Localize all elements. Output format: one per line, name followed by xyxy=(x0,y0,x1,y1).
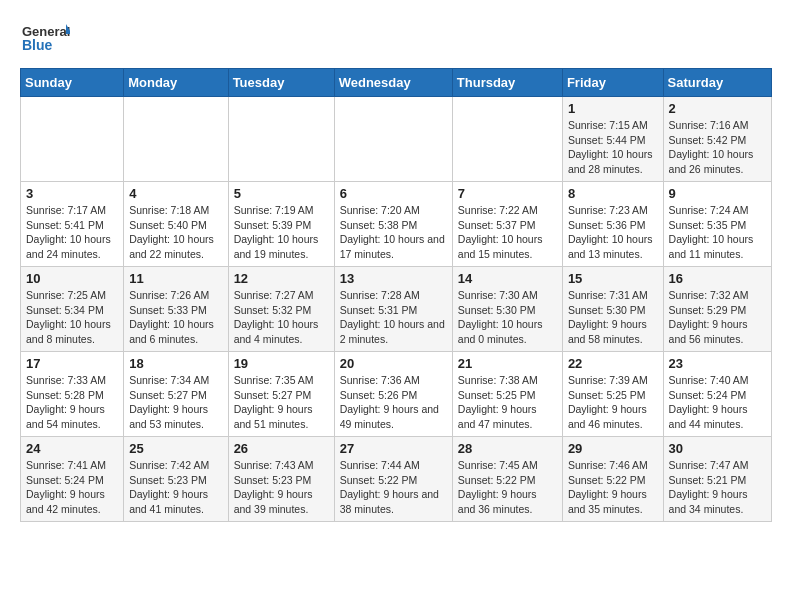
day-info: Sunrise: 7:32 AMSunset: 5:29 PMDaylight:… xyxy=(669,288,766,347)
day-info: Sunrise: 7:40 AMSunset: 5:24 PMDaylight:… xyxy=(669,373,766,432)
calendar-day-cell: 23Sunrise: 7:40 AMSunset: 5:24 PMDayligh… xyxy=(663,352,771,437)
calendar-day-cell: 7Sunrise: 7:22 AMSunset: 5:37 PMDaylight… xyxy=(452,182,562,267)
weekday-header-row: SundayMondayTuesdayWednesdayThursdayFrid… xyxy=(21,69,772,97)
page-header: General Blue xyxy=(20,20,772,58)
weekday-header-tuesday: Tuesday xyxy=(228,69,334,97)
day-info: Sunrise: 7:38 AMSunset: 5:25 PMDaylight:… xyxy=(458,373,557,432)
day-number: 17 xyxy=(26,356,118,371)
calendar-day-cell: 8Sunrise: 7:23 AMSunset: 5:36 PMDaylight… xyxy=(562,182,663,267)
day-info: Sunrise: 7:43 AMSunset: 5:23 PMDaylight:… xyxy=(234,458,329,517)
weekday-header-wednesday: Wednesday xyxy=(334,69,452,97)
calendar-day-cell: 11Sunrise: 7:26 AMSunset: 5:33 PMDayligh… xyxy=(124,267,228,352)
calendar-day-cell: 12Sunrise: 7:27 AMSunset: 5:32 PMDayligh… xyxy=(228,267,334,352)
calendar-day-cell: 15Sunrise: 7:31 AMSunset: 5:30 PMDayligh… xyxy=(562,267,663,352)
day-info: Sunrise: 7:42 AMSunset: 5:23 PMDaylight:… xyxy=(129,458,222,517)
day-info: Sunrise: 7:26 AMSunset: 5:33 PMDaylight:… xyxy=(129,288,222,347)
day-number: 24 xyxy=(26,441,118,456)
day-number: 30 xyxy=(669,441,766,456)
day-number: 1 xyxy=(568,101,658,116)
day-info: Sunrise: 7:41 AMSunset: 5:24 PMDaylight:… xyxy=(26,458,118,517)
day-number: 11 xyxy=(129,271,222,286)
day-number: 5 xyxy=(234,186,329,201)
calendar-week-row: 24Sunrise: 7:41 AMSunset: 5:24 PMDayligh… xyxy=(21,437,772,522)
day-info: Sunrise: 7:47 AMSunset: 5:21 PMDaylight:… xyxy=(669,458,766,517)
calendar-day-cell: 16Sunrise: 7:32 AMSunset: 5:29 PMDayligh… xyxy=(663,267,771,352)
calendar-day-cell: 21Sunrise: 7:38 AMSunset: 5:25 PMDayligh… xyxy=(452,352,562,437)
calendar-day-cell: 27Sunrise: 7:44 AMSunset: 5:22 PMDayligh… xyxy=(334,437,452,522)
weekday-header-monday: Monday xyxy=(124,69,228,97)
calendar-day-cell: 17Sunrise: 7:33 AMSunset: 5:28 PMDayligh… xyxy=(21,352,124,437)
day-number: 2 xyxy=(669,101,766,116)
calendar-day-cell: 6Sunrise: 7:20 AMSunset: 5:38 PMDaylight… xyxy=(334,182,452,267)
calendar-day-cell: 14Sunrise: 7:30 AMSunset: 5:30 PMDayligh… xyxy=(452,267,562,352)
day-number: 12 xyxy=(234,271,329,286)
day-info: Sunrise: 7:35 AMSunset: 5:27 PMDaylight:… xyxy=(234,373,329,432)
day-info: Sunrise: 7:31 AMSunset: 5:30 PMDaylight:… xyxy=(568,288,658,347)
svg-text:Blue: Blue xyxy=(22,37,53,53)
calendar-day-cell: 1Sunrise: 7:15 AMSunset: 5:44 PMDaylight… xyxy=(562,97,663,182)
calendar-table: SundayMondayTuesdayWednesdayThursdayFrid… xyxy=(20,68,772,522)
day-number: 10 xyxy=(26,271,118,286)
day-number: 6 xyxy=(340,186,447,201)
calendar-day-cell: 4Sunrise: 7:18 AMSunset: 5:40 PMDaylight… xyxy=(124,182,228,267)
day-info: Sunrise: 7:20 AMSunset: 5:38 PMDaylight:… xyxy=(340,203,447,262)
day-info: Sunrise: 7:39 AMSunset: 5:25 PMDaylight:… xyxy=(568,373,658,432)
day-number: 20 xyxy=(340,356,447,371)
day-info: Sunrise: 7:46 AMSunset: 5:22 PMDaylight:… xyxy=(568,458,658,517)
day-number: 21 xyxy=(458,356,557,371)
day-info: Sunrise: 7:18 AMSunset: 5:40 PMDaylight:… xyxy=(129,203,222,262)
calendar-day-cell: 19Sunrise: 7:35 AMSunset: 5:27 PMDayligh… xyxy=(228,352,334,437)
calendar-day-cell: 9Sunrise: 7:24 AMSunset: 5:35 PMDaylight… xyxy=(663,182,771,267)
calendar-day-cell: 29Sunrise: 7:46 AMSunset: 5:22 PMDayligh… xyxy=(562,437,663,522)
logo: General Blue xyxy=(20,20,70,58)
day-info: Sunrise: 7:44 AMSunset: 5:22 PMDaylight:… xyxy=(340,458,447,517)
day-info: Sunrise: 7:30 AMSunset: 5:30 PMDaylight:… xyxy=(458,288,557,347)
day-number: 22 xyxy=(568,356,658,371)
calendar-empty-cell xyxy=(334,97,452,182)
calendar-day-cell: 25Sunrise: 7:42 AMSunset: 5:23 PMDayligh… xyxy=(124,437,228,522)
calendar-empty-cell xyxy=(124,97,228,182)
weekday-header-sunday: Sunday xyxy=(21,69,124,97)
day-info: Sunrise: 7:24 AMSunset: 5:35 PMDaylight:… xyxy=(669,203,766,262)
calendar-empty-cell xyxy=(228,97,334,182)
day-number: 29 xyxy=(568,441,658,456)
day-number: 28 xyxy=(458,441,557,456)
day-info: Sunrise: 7:16 AMSunset: 5:42 PMDaylight:… xyxy=(669,118,766,177)
day-info: Sunrise: 7:23 AMSunset: 5:36 PMDaylight:… xyxy=(568,203,658,262)
day-info: Sunrise: 7:25 AMSunset: 5:34 PMDaylight:… xyxy=(26,288,118,347)
calendar-header: SundayMondayTuesdayWednesdayThursdayFrid… xyxy=(21,69,772,97)
day-info: Sunrise: 7:15 AMSunset: 5:44 PMDaylight:… xyxy=(568,118,658,177)
logo-svg: General Blue xyxy=(20,20,70,58)
day-number: 9 xyxy=(669,186,766,201)
day-info: Sunrise: 7:28 AMSunset: 5:31 PMDaylight:… xyxy=(340,288,447,347)
calendar-day-cell: 22Sunrise: 7:39 AMSunset: 5:25 PMDayligh… xyxy=(562,352,663,437)
day-number: 27 xyxy=(340,441,447,456)
day-number: 7 xyxy=(458,186,557,201)
day-number: 13 xyxy=(340,271,447,286)
day-info: Sunrise: 7:33 AMSunset: 5:28 PMDaylight:… xyxy=(26,373,118,432)
day-number: 3 xyxy=(26,186,118,201)
weekday-header-friday: Friday xyxy=(562,69,663,97)
day-info: Sunrise: 7:17 AMSunset: 5:41 PMDaylight:… xyxy=(26,203,118,262)
calendar-week-row: 3Sunrise: 7:17 AMSunset: 5:41 PMDaylight… xyxy=(21,182,772,267)
day-info: Sunrise: 7:19 AMSunset: 5:39 PMDaylight:… xyxy=(234,203,329,262)
calendar-day-cell: 26Sunrise: 7:43 AMSunset: 5:23 PMDayligh… xyxy=(228,437,334,522)
day-number: 26 xyxy=(234,441,329,456)
day-info: Sunrise: 7:34 AMSunset: 5:27 PMDaylight:… xyxy=(129,373,222,432)
day-number: 23 xyxy=(669,356,766,371)
calendar-week-row: 17Sunrise: 7:33 AMSunset: 5:28 PMDayligh… xyxy=(21,352,772,437)
day-number: 14 xyxy=(458,271,557,286)
calendar-empty-cell xyxy=(21,97,124,182)
calendar-week-row: 10Sunrise: 7:25 AMSunset: 5:34 PMDayligh… xyxy=(21,267,772,352)
day-info: Sunrise: 7:22 AMSunset: 5:37 PMDaylight:… xyxy=(458,203,557,262)
day-number: 16 xyxy=(669,271,766,286)
calendar-day-cell: 18Sunrise: 7:34 AMSunset: 5:27 PMDayligh… xyxy=(124,352,228,437)
calendar-day-cell: 13Sunrise: 7:28 AMSunset: 5:31 PMDayligh… xyxy=(334,267,452,352)
calendar-week-row: 1Sunrise: 7:15 AMSunset: 5:44 PMDaylight… xyxy=(21,97,772,182)
calendar-empty-cell xyxy=(452,97,562,182)
day-number: 15 xyxy=(568,271,658,286)
day-info: Sunrise: 7:36 AMSunset: 5:26 PMDaylight:… xyxy=(340,373,447,432)
weekday-header-thursday: Thursday xyxy=(452,69,562,97)
day-number: 4 xyxy=(129,186,222,201)
calendar-day-cell: 24Sunrise: 7:41 AMSunset: 5:24 PMDayligh… xyxy=(21,437,124,522)
